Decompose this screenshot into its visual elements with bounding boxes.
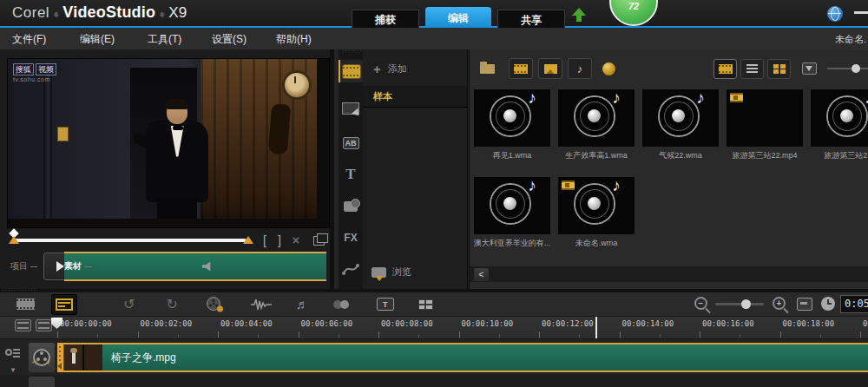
undo-button[interactable]: ↺ bbox=[119, 294, 139, 315]
timeline-ruler-scale[interactable]: 00:00:00:0000:00:02:0000:00:04:0000:00:0… bbox=[0, 317, 868, 338]
timeline-zoom-slider[interactable] bbox=[715, 303, 764, 305]
split-clip-button[interactable]: × bbox=[293, 233, 299, 247]
panel-grip[interactable]: ············ bbox=[342, 49, 361, 54]
media-item[interactable]: ♪ 生产效率高1.wma bbox=[556, 89, 636, 161]
filter-audio-button[interactable]: ♪ bbox=[568, 58, 592, 79]
ruler-label: 00:00:00:00 bbox=[60, 319, 112, 328]
graphic-icon bbox=[344, 201, 358, 212]
nav-motion-path[interactable] bbox=[339, 258, 363, 280]
media-item[interactable]: ♪ 旅游第三站22. bbox=[809, 89, 868, 161]
menu-settings[interactable]: 设置(S) bbox=[212, 32, 247, 47]
nav-filter[interactable]: FX bbox=[339, 226, 363, 249]
minimize-button[interactable] bbox=[854, 11, 868, 14]
redo-button[interactable]: ↻ bbox=[161, 294, 181, 315]
record-capture-button[interactable] bbox=[201, 294, 229, 315]
tab-share[interactable]: 共享 bbox=[497, 10, 565, 30]
trial-days-badge[interactable]: 72 bbox=[609, 0, 658, 26]
media-thumbnail[interactable]: ♪ bbox=[727, 89, 803, 147]
timeline-clip[interactable]: 椅子之争.mpg bbox=[57, 343, 868, 372]
media-item[interactable]: ♪ 未命名.wma bbox=[556, 177, 636, 249]
view-list-button[interactable] bbox=[740, 59, 764, 79]
overlay-track-header[interactable] bbox=[29, 377, 55, 387]
filter-videos-button[interactable] bbox=[509, 58, 533, 79]
add-remove-track-button[interactable]: +/- bbox=[31, 358, 40, 366]
media-thumbnail[interactable]: ♪ bbox=[474, 177, 550, 234]
timeline-view-button[interactable] bbox=[51, 294, 77, 315]
library-scrollbar[interactable]: < bbox=[470, 266, 868, 282]
media-item[interactable]: ♪ 气候22.wma bbox=[641, 89, 720, 161]
category-samples[interactable]: 样本 bbox=[363, 86, 467, 108]
media-item[interactable]: ♪ 澳大利亚养羊业的有... bbox=[472, 177, 552, 249]
auto-music-button[interactable]: ♬ bbox=[292, 294, 313, 315]
mode-clip-toggle[interactable]: 素材 bbox=[64, 260, 82, 272]
media-thumbnail[interactable]: ♪ bbox=[558, 177, 635, 234]
duration-clock-icon[interactable] bbox=[821, 297, 835, 311]
tab-edit[interactable]: 编辑 bbox=[425, 7, 491, 30]
ruler-label: 00:00:02:00 bbox=[141, 319, 193, 328]
enlarge-preview-button[interactable] bbox=[313, 236, 325, 246]
view-thumbnail-button[interactable] bbox=[713, 59, 737, 79]
transport-controls: 项目 素材 ↻ ) 00:00:00:00 ▲ bbox=[7, 251, 326, 282]
fit-project-button[interactable] bbox=[797, 298, 812, 311]
nav-graphic[interactable] bbox=[339, 195, 363, 218]
media-item[interactable]: ♪ 再见1.wma bbox=[472, 89, 552, 161]
subtitle-button[interactable]: T bbox=[372, 294, 398, 315]
scene-doorframe bbox=[43, 64, 52, 227]
thumbnail-size-slider[interactable] bbox=[827, 68, 868, 69]
scene-right-edge bbox=[317, 59, 329, 227]
media-sphere-icon[interactable] bbox=[602, 62, 615, 75]
mode-project-toggle[interactable]: 项目 bbox=[10, 260, 28, 272]
nav-media-library[interactable] bbox=[339, 60, 363, 82]
media-thumbnail[interactable]: ♪ bbox=[558, 89, 635, 147]
scrubber-track[interactable] bbox=[14, 239, 247, 242]
nav-transition[interactable]: AB bbox=[339, 132, 363, 154]
menu-tools[interactable]: 工具(T) bbox=[148, 32, 181, 47]
workspace-tabs: 捕获 编辑 共享 bbox=[352, 7, 565, 30]
video-track-header[interactable] bbox=[29, 343, 55, 372]
menu-file[interactable]: 文件(F) bbox=[12, 32, 46, 47]
filter-photos-button[interactable] bbox=[538, 58, 562, 79]
transition-icon: AB bbox=[343, 137, 359, 149]
trim-end-handle[interactable] bbox=[243, 236, 253, 244]
reg-mark: ® bbox=[54, 12, 58, 18]
watermark-box-2: 视频 bbox=[36, 63, 56, 75]
mark-in-button[interactable]: [ bbox=[263, 234, 266, 246]
sound-mixer-button[interactable] bbox=[247, 294, 276, 315]
media-item-name: 旅游第三站22. bbox=[809, 150, 868, 161]
trim-start-handle[interactable] bbox=[9, 236, 19, 244]
zoom-slider-knob[interactable] bbox=[741, 299, 751, 309]
upgrade-arrow-icon[interactable] bbox=[572, 8, 586, 23]
zoom-in-button[interactable]: + bbox=[773, 297, 786, 310]
library-toolbar: ♪ bbox=[470, 55, 868, 82]
folder-icon[interactable] bbox=[480, 64, 495, 74]
media-row: ♪ 澳大利亚养羊业的有... ♪ 未命名.wma bbox=[472, 177, 868, 249]
add-folder-button[interactable]: + 添加 bbox=[373, 62, 407, 76]
nav-instant-project[interactable] bbox=[339, 97, 363, 120]
zoom-out-button[interactable]: − bbox=[694, 297, 707, 310]
split-screen-button[interactable] bbox=[414, 294, 437, 315]
menu-edit[interactable]: 编辑(E) bbox=[80, 32, 115, 47]
trial-days-count: 72 bbox=[611, 1, 656, 11]
slider-knob[interactable] bbox=[852, 64, 860, 73]
surround-mixer-button[interactable] bbox=[329, 294, 355, 315]
view-grid-button[interactable] bbox=[767, 59, 791, 79]
track-caret-icon[interactable]: ▼ bbox=[46, 360, 51, 365]
timeline-ruler[interactable]: 00:00:00:0000:00:02:0000:00:04:0000:00:0… bbox=[0, 316, 868, 339]
globe-icon[interactable] bbox=[827, 6, 843, 22]
media-item[interactable]: ♪ 旅游第三站22.mp4 bbox=[725, 89, 805, 161]
tab-capture[interactable]: 捕获 bbox=[352, 10, 419, 30]
scroll-left-button[interactable]: < bbox=[473, 267, 490, 282]
mark-out-button[interactable]: ] bbox=[278, 234, 281, 246]
library-panel: ············ AB T FX + 添加 样本 bbox=[334, 49, 868, 289]
storyboard-view-button[interactable] bbox=[12, 294, 39, 315]
media-thumbnail[interactable]: ♪ bbox=[642, 89, 719, 147]
project-duration[interactable]: 0:05:00 bbox=[840, 295, 868, 313]
browse-button[interactable]: 浏览 bbox=[372, 266, 411, 279]
media-thumbnail[interactable]: ♪ bbox=[474, 89, 550, 147]
media-thumbnail[interactable]: ♪ bbox=[811, 89, 868, 147]
auto-music-icon: ♬ bbox=[296, 297, 309, 312]
nav-title[interactable]: T bbox=[339, 163, 363, 186]
clip-trim-handle[interactable] bbox=[57, 344, 63, 371]
import-sort-icon[interactable] bbox=[802, 62, 817, 75]
menu-help[interactable]: 帮助(H) bbox=[276, 32, 312, 47]
